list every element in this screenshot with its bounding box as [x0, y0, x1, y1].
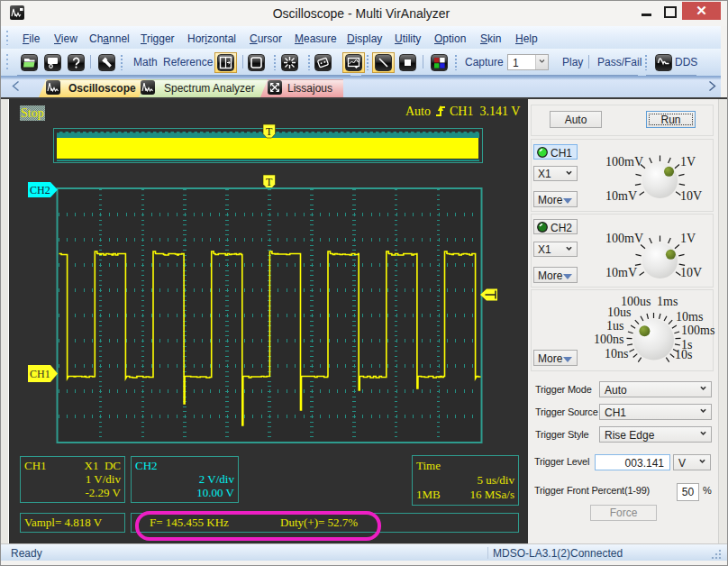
svg-text:T: T — [266, 176, 273, 188]
svg-text:CH2: CH2 — [30, 184, 50, 196]
svg-text:T: T — [266, 125, 273, 138]
svg-text:CH1: CH1 — [30, 368, 50, 380]
